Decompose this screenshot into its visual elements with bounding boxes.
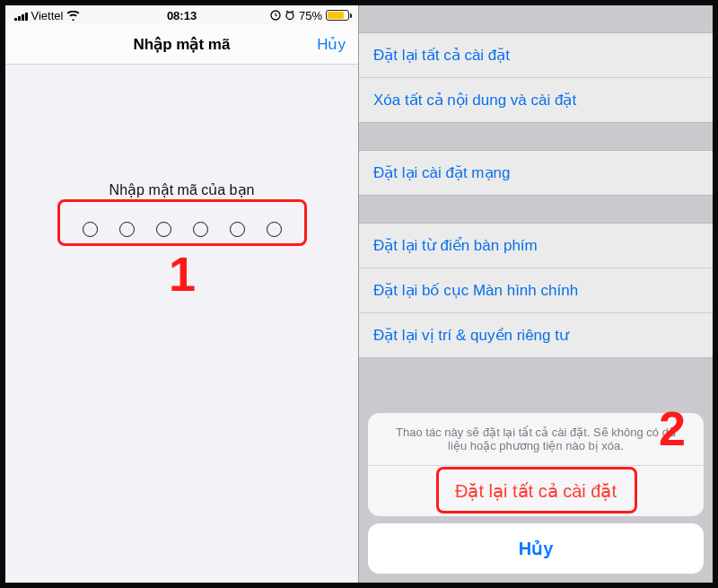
- passcode-dot: [83, 222, 98, 237]
- passcode-screen: Viettel 08:13 75%: [5, 5, 359, 583]
- battery-icon: [326, 10, 349, 21]
- passcode-prompt: Nhập mật mã của bạn: [5, 181, 358, 198]
- passcode-dot: [267, 222, 282, 237]
- action-sheet-destructive-button[interactable]: Đặt lại tất cả cài đặt: [368, 466, 704, 516]
- settings-group: Đặt lại cài đặt mạng: [359, 150, 713, 196]
- reset-network-row[interactable]: Đặt lại cài đặt mạng: [359, 151, 713, 195]
- reset-all-settings-row[interactable]: Đặt lại tất cả cài đặt: [359, 33, 713, 77]
- reset-home-layout-row[interactable]: Đặt lại bố cục Màn hình chính: [359, 268, 713, 312]
- annotation-number-1: 1: [169, 246, 196, 302]
- reset-location-privacy-row[interactable]: Đặt lại vị trí & quyền riêng tư: [359, 312, 713, 357]
- passcode-area: Nhập mật mã của bạn: [5, 65, 358, 237]
- action-sheet-message: Thao tác này sẽ đặt lại tất cả cài đặt. …: [368, 413, 704, 466]
- settings-group: Đặt lại tất cả cài đặt Xóa tất cả nội du…: [359, 32, 713, 123]
- carrier-label: Viettel: [31, 9, 64, 22]
- wifi-icon: [66, 11, 80, 21]
- action-sheet: Thao tác này sẽ đặt lại tất cả cài đặt. …: [368, 413, 704, 574]
- passcode-dot: [193, 222, 208, 237]
- reset-settings-screen: Đặt lại tất cả cài đặt Xóa tất cả nội du…: [359, 5, 713, 583]
- passcode-dots[interactable]: [5, 222, 358, 237]
- clock-label: 08:13: [167, 9, 197, 22]
- tutorial-composite: Viettel 08:13 75%: [0, 0, 718, 588]
- signal-bars-icon: [14, 11, 28, 21]
- passcode-dot: [230, 222, 245, 237]
- nav-title: Nhập mật mã: [134, 35, 231, 54]
- settings-group: Đặt lại từ điển bàn phím Đặt lại bố cục …: [359, 223, 713, 358]
- passcode-dot: [156, 222, 171, 237]
- statusbar: Viettel 08:13 75%: [5, 5, 358, 25]
- navbar: Nhập mật mã Hủy: [5, 25, 358, 65]
- passcode-dot: [119, 222, 135, 237]
- battery-pct-label: 75%: [299, 9, 322, 22]
- rotation-lock-icon: [270, 10, 281, 21]
- svg-point-1: [286, 13, 293, 20]
- action-sheet-cancel-button[interactable]: Hủy: [368, 523, 704, 574]
- reset-keyboard-dict-row[interactable]: Đặt lại từ điển bàn phím: [359, 224, 713, 268]
- cancel-button[interactable]: Hủy: [317, 35, 346, 54]
- alarm-icon: [285, 10, 295, 21]
- erase-all-content-row[interactable]: Xóa tất cả nội dung và cài đặt: [359, 77, 713, 122]
